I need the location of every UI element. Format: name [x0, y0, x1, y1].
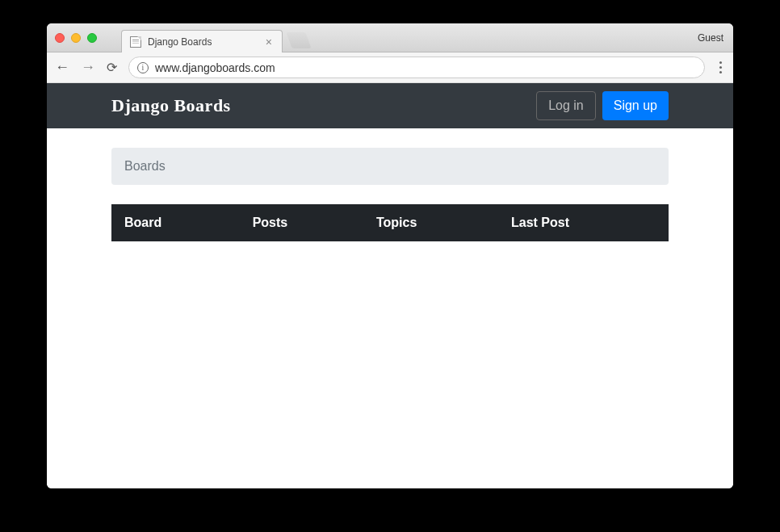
breadcrumb: Boards [111, 148, 669, 185]
tab-title: Django Boards [148, 36, 212, 48]
site-navbar: Django Boards Log in Sign up [47, 83, 733, 128]
page-content: Django Boards Log in Sign up Boards Boar… [47, 83, 733, 488]
reload-button[interactable]: ⟳ [107, 60, 117, 75]
url-text: www.djangoboards.com [155, 61, 275, 74]
back-button[interactable]: ← [55, 59, 69, 76]
table-header: Board Posts Topics Last Post [111, 204, 669, 241]
browser-toolbar: ← → ⟳ i www.djangoboards.com [47, 52, 733, 83]
minimize-window-button[interactable] [71, 33, 81, 43]
page-icon [130, 36, 141, 48]
browser-tabs: Django Boards × [121, 23, 308, 52]
login-button[interactable]: Log in [536, 91, 596, 120]
col-board: Board [111, 204, 240, 241]
site-info-icon[interactable]: i [137, 62, 149, 73]
col-topics: Topics [363, 204, 498, 241]
forward-button: → [81, 59, 95, 76]
profile-guest-label[interactable]: Guest [698, 32, 723, 44]
browser-tab-active[interactable]: Django Boards × [121, 30, 283, 52]
breadcrumb-item: Boards [124, 159, 166, 173]
window-controls [55, 33, 97, 43]
table-header-row: Board Posts Topics Last Post [111, 204, 669, 241]
new-tab-button[interactable] [286, 32, 311, 48]
close-tab-icon[interactable]: × [266, 36, 272, 48]
boards-table: Board Posts Topics Last Post [111, 204, 669, 241]
browser-window: Django Boards × Guest ← → ⟳ i www.django… [47, 23, 733, 488]
address-bar[interactable]: i www.djangoboards.com [128, 57, 705, 78]
brand-logo[interactable]: Django Boards [111, 95, 231, 116]
window-titlebar: Django Boards × Guest [47, 23, 733, 52]
signup-button[interactable]: Sign up [602, 91, 669, 120]
auth-buttons: Log in Sign up [536, 91, 669, 120]
close-window-button[interactable] [55, 33, 65, 43]
col-posts: Posts [240, 204, 363, 241]
browser-menu-button[interactable] [716, 61, 725, 73]
main-container: Boards Board Posts Topics Last Post [111, 148, 669, 241]
col-last-post: Last Post [498, 204, 669, 241]
maximize-window-button[interactable] [87, 33, 97, 43]
